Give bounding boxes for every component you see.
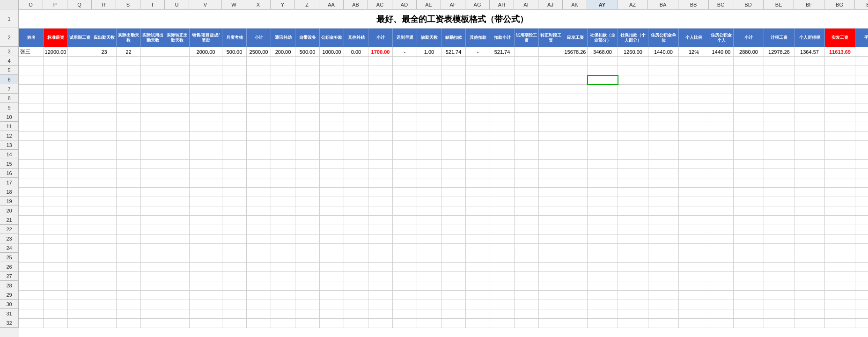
cell-27-21[interactable] [539, 272, 563, 281]
cell-21-26[interactable] [679, 216, 709, 225]
cell-14-11[interactable] [295, 150, 320, 160]
cell-14-8[interactable] [222, 150, 247, 160]
cell-21-0[interactable] [19, 216, 44, 225]
cell-29-13[interactable] [344, 291, 368, 300]
cell-7-16[interactable] [417, 85, 441, 94]
cell-18-30[interactable] [794, 188, 825, 197]
cell-28-30[interactable] [794, 281, 825, 291]
cell-9-9[interactable] [247, 103, 271, 113]
cell-9-14[interactable] [368, 103, 393, 113]
cell-18-31[interactable] [825, 188, 855, 197]
cell-19-19[interactable] [490, 197, 515, 206]
cell-7-15[interactable] [393, 85, 417, 94]
data-cell-3-5[interactable] [141, 47, 165, 57]
empty-cell-4-32[interactable] [855, 57, 868, 66]
cell-24-7[interactable] [190, 244, 222, 253]
cell-20-22[interactable] [563, 206, 588, 216]
cell-24-8[interactable] [222, 244, 247, 253]
cell-29-1[interactable] [44, 291, 68, 300]
cell-32-8[interactable] [222, 319, 247, 328]
cell-19-13[interactable] [344, 197, 368, 206]
cell-7-12[interactable] [320, 85, 344, 94]
cell-18-29[interactable] [764, 188, 794, 197]
cell-14-26[interactable] [679, 150, 709, 160]
cell-10-23[interactable] [588, 113, 618, 122]
data-cell-3-32[interactable] [855, 47, 868, 57]
cell-7-27[interactable] [709, 85, 734, 94]
cell-26-19[interactable] [490, 263, 515, 272]
cell-18-4[interactable] [117, 188, 141, 197]
cell-10-31[interactable] [825, 113, 855, 122]
cell-15-2[interactable] [68, 160, 92, 169]
cell-24-32[interactable] [855, 244, 868, 253]
data-cell-3-1[interactable]: 12000.00 [44, 47, 68, 57]
cell-16-1[interactable] [44, 169, 68, 178]
cell-32-13[interactable] [344, 319, 368, 328]
cell-18-8[interactable] [222, 188, 247, 197]
cell-30-12[interactable] [320, 300, 344, 309]
cell-25-18[interactable] [466, 253, 490, 263]
cell-17-32[interactable] [855, 178, 868, 188]
col-header-Z[interactable]: Z [295, 0, 319, 9]
cell-22-17[interactable] [441, 225, 466, 234]
cell-32-1[interactable] [44, 319, 68, 328]
cell-15-8[interactable] [222, 160, 247, 169]
cell-10-25[interactable] [648, 113, 679, 122]
cell-16-18[interactable] [466, 169, 490, 178]
cell-25-27[interactable] [709, 253, 734, 263]
empty-cell-5-11[interactable] [295, 66, 320, 75]
cell-12-8[interactable] [222, 132, 247, 141]
cell-27-22[interactable] [563, 272, 588, 281]
empty-cell-4-21[interactable] [539, 57, 563, 66]
data-cell-3-10[interactable]: 200.00 [271, 47, 295, 57]
cell-28-25[interactable] [648, 281, 679, 291]
cell-32-23[interactable] [588, 319, 618, 328]
col-header-AD[interactable]: AD [392, 0, 417, 9]
cell-13-25[interactable] [648, 141, 679, 150]
cell-12-30[interactable] [794, 132, 825, 141]
data-cell-3-12[interactable]: 1000.00 [320, 47, 344, 57]
cell-18-23[interactable] [588, 188, 618, 197]
cell-14-23[interactable] [588, 150, 618, 160]
cell-27-12[interactable] [320, 272, 344, 281]
cell-15-3[interactable] [92, 160, 117, 169]
cell-27-25[interactable] [648, 272, 679, 281]
empty-cell-5-13[interactable] [344, 66, 368, 75]
row6-cell-29[interactable] [764, 75, 794, 85]
cell-21-6[interactable] [165, 216, 190, 225]
cell-15-28[interactable] [734, 160, 764, 169]
cell-27-0[interactable] [19, 272, 44, 281]
cell-22-8[interactable] [222, 225, 247, 234]
cell-26-27[interactable] [709, 263, 734, 272]
row6-cell-26[interactable] [679, 75, 709, 85]
col-header-BE[interactable]: BE [764, 0, 794, 9]
cell-15-0[interactable] [19, 160, 44, 169]
cell-22-7[interactable] [190, 225, 222, 234]
empty-cell-5-7[interactable] [190, 66, 222, 75]
cell-27-11[interactable] [295, 272, 320, 281]
cell-22-24[interactable] [618, 225, 648, 234]
cell-22-0[interactable] [19, 225, 44, 234]
cell-21-24[interactable] [618, 216, 648, 225]
cell-15-19[interactable] [490, 160, 515, 169]
cell-20-25[interactable] [648, 206, 679, 216]
row6-cell-8[interactable] [222, 75, 247, 85]
cell-25-17[interactable] [441, 253, 466, 263]
cell-22-22[interactable] [563, 225, 588, 234]
cell-29-2[interactable] [68, 291, 92, 300]
cell-24-30[interactable] [794, 244, 825, 253]
cell-32-31[interactable] [825, 319, 855, 328]
cell-21-10[interactable] [271, 216, 295, 225]
cell-13-13[interactable] [344, 141, 368, 150]
cell-19-9[interactable] [247, 197, 271, 206]
cell-20-5[interactable] [141, 206, 165, 216]
cell-11-3[interactable] [92, 122, 117, 132]
cell-31-28[interactable] [734, 309, 764, 319]
empty-cell-5-12[interactable] [320, 66, 344, 75]
cell-12-31[interactable] [825, 132, 855, 141]
cell-24-16[interactable] [417, 244, 441, 253]
cell-12-2[interactable] [68, 132, 92, 141]
row6-cell-13[interactable] [344, 75, 368, 85]
cell-32-7[interactable] [190, 319, 222, 328]
cell-31-12[interactable] [320, 309, 344, 319]
